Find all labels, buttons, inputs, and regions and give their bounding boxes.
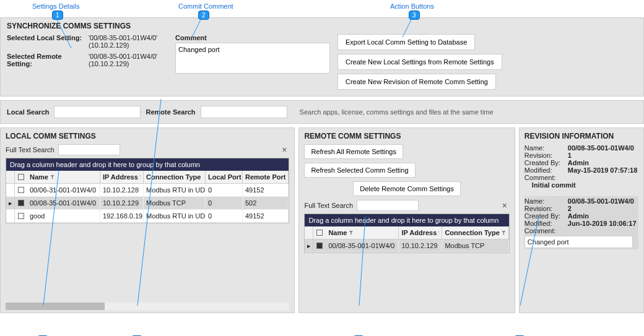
checkbox-icon[interactable] — [18, 174, 24, 180]
table-row[interactable]: 00/06-31-001-01W4/010.10.2.128Modbus RTU… — [6, 184, 289, 197]
search-bar: Local Search Remote Search Search apps, … — [0, 100, 644, 124]
revision-info-panel: REVISION INFORMATION Name:00/08-35-001-0… — [519, 127, 644, 313]
col-rport[interactable]: Remote Port — [243, 171, 289, 183]
export-button[interactable]: Export Local Comm Setting to Database — [337, 34, 475, 50]
table-row[interactable]: good192.168.0.19Modbus RTU in UDP049152 — [6, 210, 289, 223]
callout-1-bubble: 1 — [52, 11, 63, 20]
callout-3-label: Action Buttons — [390, 2, 434, 10]
delete-remote-button[interactable]: Delete Remote Comm Settings — [353, 181, 461, 196]
sync-panel: SYNCHRONIZE COMMS SETTINGS Selected Loca… — [0, 17, 644, 97]
table-row[interactable]: ▸00/08-35-001-01W4/010.10.2.129Modbus TC… — [305, 239, 508, 252]
action-buttons: Export Local Comm Setting to Database Cr… — [337, 34, 637, 90]
horizontal-scrollbar[interactable] — [6, 303, 289, 310]
remote-grid: Drag a column header and drop it here to… — [304, 213, 509, 253]
filter-icon[interactable] — [50, 175, 54, 179]
revision-title: REVISION INFORMATION — [524, 132, 638, 140]
selected-remote-value: '00/08-35-001-01W4/0' (10.10.2.129) — [89, 53, 168, 67]
checkbox-icon[interactable] — [18, 213, 24, 219]
comment-input[interactable] — [175, 43, 330, 74]
remote-search-input[interactable] — [201, 106, 287, 118]
revision-item[interactable]: Name:00/08-35-001-01W4/0Revision:1Create… — [524, 144, 638, 189]
col-ctype[interactable]: Connection Type — [442, 226, 508, 239]
remote-grid-header: Name IP Address Connection Type — [305, 226, 508, 239]
revision-item[interactable]: Name:00/08-35-001-01W4/0Revision:2Create… — [524, 196, 638, 249]
filter-icon[interactable] — [502, 231, 506, 235]
local-grid-header: Name IP Address Connection Type Local Po… — [6, 171, 289, 184]
col-lport[interactable]: Local Port — [206, 171, 243, 183]
local-group-hint[interactable]: Drag a column header and drop it here to… — [6, 158, 289, 171]
commit-comment: Comment — [175, 34, 330, 90]
local-ftsearch-input[interactable] — [58, 144, 120, 155]
local-comm-settings-panel: LOCAL COMM SETTINGS Full Text Search × D… — [0, 127, 295, 313]
close-icon[interactable]: × — [279, 145, 289, 155]
local-grid: Drag a column header and drop it here to… — [6, 158, 289, 223]
remote-search-label: Remote Search — [146, 108, 195, 116]
checkbox-icon[interactable] — [18, 200, 24, 206]
table-row[interactable]: ▸00/08-35-001-01W4/010.10.2.129Modbus TC… — [6, 197, 289, 210]
callout-2-bubble: 2 — [198, 11, 209, 20]
remote-comm-settings-panel: REMOTE COMM SETTINGS Refresh All Remote … — [298, 127, 515, 313]
checkbox-icon[interactable] — [18, 187, 24, 193]
create-local-button[interactable]: Create New Local Settings from Remote Se… — [337, 54, 502, 70]
callout-3-bubble: 3 — [409, 11, 420, 20]
selected-remote-label: Selected Remote Setting: — [7, 53, 89, 67]
col-ctype[interactable]: Connection Type — [144, 171, 206, 183]
selected-local-label: Selected Local Setting: — [7, 34, 89, 49]
settings-details: Selected Local Setting: '00/08-35-001-01… — [7, 34, 168, 90]
filter-icon[interactable] — [349, 231, 353, 235]
refresh-all-button[interactable]: Refresh All Remote Settings — [304, 144, 403, 159]
checkbox-icon[interactable] — [316, 243, 323, 249]
callout-2-label: Commit Comment — [178, 2, 233, 10]
remote-group-hint[interactable]: Drag a column header and drop it here to… — [305, 214, 508, 226]
col-ip[interactable]: IP Address — [399, 226, 442, 239]
revision-comment-value: Changed port — [524, 236, 633, 248]
remote-title: REMOTE COMM SETTINGS — [304, 132, 509, 140]
selected-local-value: '00/08-35-001-01W4/0' (10.10.2.129) — [89, 34, 168, 49]
checkbox-icon[interactable] — [316, 230, 323, 236]
sync-title: SYNCHRONIZE COMMS SETTINGS — [7, 22, 637, 30]
refresh-selected-button[interactable]: Refresh Selected Comm Setting — [304, 163, 415, 178]
filter-icon[interactable] — [438, 231, 439, 235]
col-name[interactable]: Name — [326, 226, 399, 239]
comment-label: Comment — [175, 34, 330, 41]
remote-ftsearch-input[interactable] — [357, 200, 419, 211]
callout-1-label: Settings Details — [32, 2, 79, 10]
search-hint: Search apps, license, comms settings and… — [300, 108, 494, 116]
local-search-input[interactable] — [54, 106, 141, 118]
local-ftsearch-label: Full Text Search — [6, 146, 54, 153]
close-icon[interactable]: × — [500, 200, 510, 210]
col-ip[interactable]: IP Address — [100, 171, 144, 183]
col-name[interactable]: Name — [27, 171, 100, 183]
filter-icon[interactable] — [140, 175, 141, 179]
remote-ftsearch-label: Full Text Search — [304, 202, 353, 209]
create-revision-button[interactable]: Create New Revision of Remote Comm Setti… — [337, 74, 496, 90]
local-title: LOCAL COMM SETTINGS — [6, 132, 289, 140]
local-search-label: Local Search — [7, 108, 49, 116]
